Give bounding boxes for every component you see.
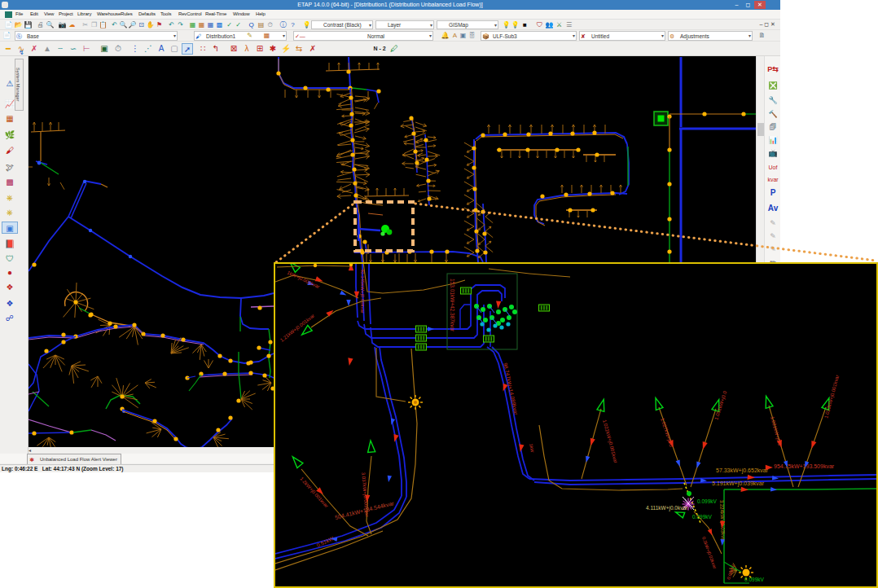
svg-text:1kW: 1kW (529, 443, 535, 454)
svg-text:0.099kV: 0.099kV (692, 514, 713, 520)
svg-text:1.022kW+j0.001kvar: 1.022kW+j0.001kvar (602, 419, 618, 464)
svg-text:1.2kW+j0.001kvar: 1.2kW+j0.001kvar (299, 476, 329, 509)
svg-text:57.33kW+j0.652kvar: 57.33kW+j0.652kvar (716, 467, 769, 474)
svg-text:0.099kV: 0.099kV (697, 498, 718, 504)
svg-text:1.027kW+j0.0: 1.027kW+j0.0 (660, 417, 674, 448)
svg-text:0.099kV: 0.099kV (744, 577, 765, 582)
svg-text:4.111kW+j0.0kvar: 4.111kW+j0.0kvar (646, 505, 688, 511)
svg-text:153.01kW+42.387kvar: 153.01kW+42.387kvar (450, 279, 455, 332)
svg-text:5.191kW+j0.039kvar: 5.191kW+j0.039kvar (712, 480, 765, 487)
svg-text:954.75kW+193.509kvar: 954.75kW+193.509kvar (774, 463, 835, 469)
svg-text:1.021kW+j0.0: 1.021kW+j0.0 (770, 416, 783, 447)
svg-text:40.345kW+j0.66kvar: 40.345kW+j0.66kvar (360, 269, 365, 314)
svg-text:1.023kW+j0.001kvar: 1.023kW+j0.001kvar (823, 375, 840, 419)
svg-text:1.051kW+j0.0: 1.051kW+j0.0 (713, 390, 727, 421)
